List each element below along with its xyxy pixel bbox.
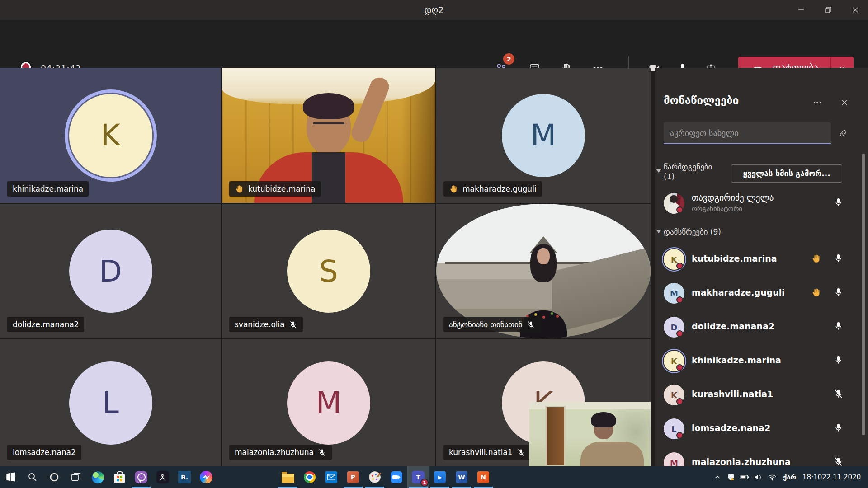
attendee-row-malazonia-zhuzhuna[interactable]: M malazonia.zhuzhuna <box>655 448 861 466</box>
taskbar-bank-icon[interactable]: B. <box>174 466 195 488</box>
attendee-name: malazonia.zhuzhuna <box>692 457 791 466</box>
avatar: S <box>287 230 370 313</box>
taskbar-zoom-icon[interactable] <box>386 466 407 488</box>
self-view-video[interactable] <box>529 402 651 466</box>
attendee-mic-icon[interactable] <box>833 389 844 401</box>
attendee-row-makharadze-guguli[interactable]: M makharadze.guguli <box>655 279 861 308</box>
tile-svanidze-olia[interactable]: S svanidze.olia <box>222 204 435 338</box>
taskbar-cortana-icon[interactable] <box>43 466 65 488</box>
tile-lomsadze-nana2[interactable]: L lomsadze.nana2 <box>0 339 221 466</box>
participants-badge: 2 <box>503 53 514 65</box>
taskbar-search-icon[interactable] <box>22 466 43 488</box>
close-window-button[interactable] <box>843 0 868 20</box>
status-busy-dot <box>676 398 683 405</box>
taskbar-paint-icon[interactable] <box>364 466 386 488</box>
taskbar-task-view-icon[interactable] <box>65 466 87 488</box>
participant-name-label: kutubidze.marina <box>229 181 321 197</box>
taskbar-powerpoint-icon[interactable]: P <box>342 466 364 488</box>
participant-name: khinikadze.marina <box>13 184 83 193</box>
status-busy-dot <box>676 330 683 337</box>
attendee-mic-icon[interactable] <box>833 422 844 435</box>
mute-all-button[interactable]: ყველას ხმის გამორ... <box>731 164 842 183</box>
taskbar-chrome-icon[interactable] <box>299 466 321 488</box>
raised-hand-icon <box>811 253 821 266</box>
taskbar-file-explorer-icon[interactable] <box>277 466 299 488</box>
tray-expand-icon[interactable] <box>711 466 724 488</box>
attendee-mic-icon[interactable] <box>833 456 844 466</box>
attendees-heading: დამსწრეები (9) <box>664 227 721 237</box>
taskbar-store-icon[interactable] <box>108 466 130 488</box>
mic-muted-icon <box>289 320 297 329</box>
attendee-row-khinikadze-marina[interactable]: K khinikadze.marina <box>655 347 861 375</box>
copy-join-link-button[interactable] <box>835 127 851 140</box>
taskbar-word-icon[interactable]: W <box>451 466 472 488</box>
status-busy-dot <box>676 263 683 269</box>
tile-malazonia-zhuzhuna[interactable]: M malazonia.zhuzhuna <box>222 339 435 466</box>
volume-icon[interactable] <box>751 466 765 488</box>
attendee-row-dolidze-manana2[interactable]: D dolidze.manana2 <box>655 313 861 342</box>
attendee-row-lomsadze-nana2[interactable]: L lomsadze.nana2 <box>655 414 861 443</box>
participant-name-label: malazonia.zhuzhuna <box>229 445 332 460</box>
presenters-collapse-icon[interactable] <box>656 169 661 173</box>
panel-scrollbar[interactable] <box>862 68 865 466</box>
mic-muted-icon <box>318 448 326 457</box>
attendees-collapse-icon[interactable] <box>656 230 661 233</box>
taskbar-acrobat-icon[interactable] <box>152 466 174 488</box>
participant-name: malazonia.zhuzhuna <box>235 448 314 457</box>
presenter-row[interactable]: თავდგირიძე ლელა ორგანიზატორი <box>655 189 861 218</box>
attendee-avatar: M <box>664 452 684 466</box>
taskbar-start-icon[interactable] <box>0 466 22 488</box>
panel-more-options-button[interactable] <box>809 96 826 109</box>
panel-close-button[interactable] <box>836 96 853 109</box>
restore-button[interactable] <box>816 0 841 20</box>
clock[interactable]: 18:10 22.11.2020 <box>800 466 863 488</box>
taskbar-viber-icon[interactable] <box>130 466 152 488</box>
security-shield-icon[interactable] <box>724 466 738 488</box>
participant-search-input[interactable] <box>664 122 831 144</box>
raised-hand-icon <box>235 184 244 194</box>
presenter-name: თავდგირიძე ლელა <box>692 192 774 202</box>
attendee-mic-icon[interactable] <box>833 355 844 367</box>
action-center-icon[interactable] <box>863 466 868 488</box>
avatar-initial: M <box>316 385 342 420</box>
participants-panel-title: მონაწილეები <box>664 94 739 107</box>
attendee-row-kurashvili-natia1[interactable]: K kurashvili.natia1 <box>655 380 861 409</box>
call-toolbar: 04:21:42 2 დატოვება <box>0 20 868 68</box>
taskbar-teams-icon[interactable]: T1 <box>407 466 429 488</box>
tile-dolidze-manana2[interactable]: D dolidze.manana2 <box>0 204 221 338</box>
minimize-button[interactable] <box>788 0 814 20</box>
participants-panel: მონაწილეები წარმდგენები (1) ყველას ხმის … <box>655 68 868 466</box>
attendee-mic-icon[interactable] <box>833 321 844 333</box>
tile-makharadze-guguli[interactable]: M makharadze.guguli <box>436 68 651 203</box>
wifi-icon[interactable] <box>765 466 779 488</box>
tile-kutubidze-marina[interactable]: kutubidze.marina <box>222 68 435 203</box>
status-busy-dot <box>676 432 683 439</box>
taskbar-nitro-icon[interactable]: N <box>472 466 494 488</box>
participant-name-label: kurashvili.natia1 <box>443 445 531 460</box>
attendee-mic-icon[interactable] <box>833 253 844 265</box>
taskbar-movies-icon[interactable]: ▶ <box>429 466 451 488</box>
attendee-row-kutubidze-marina[interactable]: K kutubidze.marina <box>655 245 861 274</box>
presenter-mic-icon[interactable] <box>833 197 844 209</box>
window-title: დღ2 <box>0 0 868 20</box>
status-busy-dot <box>676 364 683 371</box>
participant-search <box>664 122 831 144</box>
teams-meeting-window: დღ2 04:21:42 2 <box>0 0 868 488</box>
scrollbar-thumb[interactable] <box>862 154 865 435</box>
attendee-name: lomsadze.nana2 <box>692 423 770 433</box>
presenter-role: ორგანიზატორი <box>692 205 742 213</box>
taskbar-mail-icon[interactable] <box>321 466 342 488</box>
taskbar-edge-icon[interactable] <box>87 466 108 488</box>
keyboard-language-indicator[interactable]: ქარ <box>779 466 800 488</box>
attendee-mic-icon[interactable] <box>833 287 844 299</box>
system-tray: ქარ 18:10 22.11.2020 <box>711 466 868 488</box>
tile-khinikadze-marina[interactable]: K khinikadze.marina <box>0 68 221 203</box>
tile-antoniani-tinatin[interactable]: ანტონიანი თინათინ <box>436 204 651 338</box>
taskbar-messenger-icon[interactable] <box>195 466 217 488</box>
attendee-name: kutubidze.marina <box>692 253 777 263</box>
avatar: L <box>69 361 152 445</box>
battery-icon[interactable] <box>738 466 751 488</box>
avatar: D <box>69 230 152 313</box>
attendee-name: kurashvili.natia1 <box>692 389 773 399</box>
tray-time: 18:10 <box>802 473 822 482</box>
